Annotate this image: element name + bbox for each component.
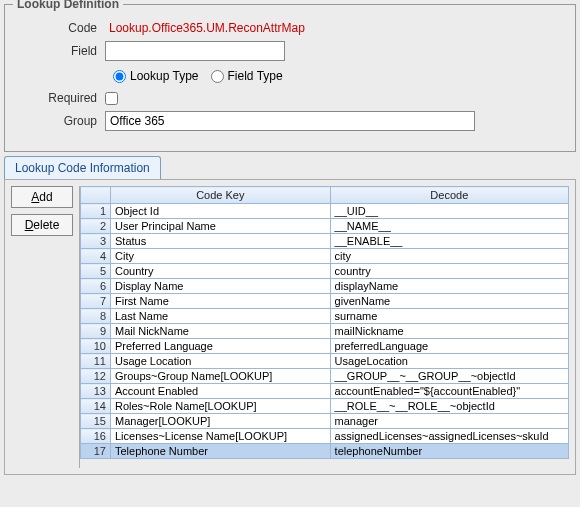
tab-lookup-code-info[interactable]: Lookup Code Information [4,156,161,179]
table-row[interactable]: 14Roles~Role Name[LOOKUP]__ROLE__~__ROLE… [81,399,569,414]
row-number: 12 [81,369,111,384]
delete-button-rest: elete [33,218,59,232]
cell-decode[interactable]: country [330,264,568,279]
row-number: 2 [81,219,111,234]
table-row[interactable]: 13Account EnabledaccountEnabled="${accou… [81,384,569,399]
row-number: 10 [81,339,111,354]
row-number: 7 [81,294,111,309]
row-number: 1 [81,204,111,219]
row-number: 11 [81,354,111,369]
type-radio-group: Lookup Type Field Type [113,69,565,83]
col-decode[interactable]: Decode [330,187,568,204]
cell-decode[interactable]: mailNickname [330,324,568,339]
lookup-table: Code Key Decode 1Object Id__UID__2User P… [80,186,569,459]
row-number: 13 [81,384,111,399]
lookup-definition-fieldset: Lookup Definition Code Lookup.Office365.… [4,4,576,152]
row-number: 9 [81,324,111,339]
cell-decode[interactable]: displayName [330,279,568,294]
cell-decode[interactable]: givenName [330,294,568,309]
cell-code-key[interactable]: Groups~Group Name[LOOKUP] [111,369,331,384]
cell-decode[interactable]: __ROLE__~__ROLE__~objectId [330,399,568,414]
row-number: 14 [81,399,111,414]
row-number: 6 [81,279,111,294]
row-number: 3 [81,234,111,249]
table-row[interactable]: 6Display NamedisplayName [81,279,569,294]
cell-decode[interactable]: assignedLicenses~assignedLicenses~skuId [330,429,568,444]
row-number: 15 [81,414,111,429]
col-code-key[interactable]: Code Key [111,187,331,204]
cell-code-key[interactable]: City [111,249,331,264]
field-type-radio-input[interactable] [211,70,224,83]
table-row[interactable]: 2User Principal Name__NAME__ [81,219,569,234]
row-number: 17 [81,444,111,459]
cell-code-key[interactable]: Display Name [111,279,331,294]
field-type-radio[interactable]: Field Type [211,69,283,83]
cell-code-key[interactable]: Telephone Number [111,444,331,459]
table-row[interactable]: 3Status__ENABLE__ [81,234,569,249]
tab-body: Add Delete Code Key Decode 1Object Id__U… [4,179,576,475]
cell-code-key[interactable]: Object Id [111,204,331,219]
cell-decode[interactable]: city [330,249,568,264]
cell-code-key[interactable]: Usage Location [111,354,331,369]
delete-button[interactable]: Delete [11,214,73,236]
group-input[interactable] [105,111,475,131]
table-row[interactable]: 7First NamegivenName [81,294,569,309]
cell-decode[interactable]: UsageLocation [330,354,568,369]
required-checkbox[interactable] [105,92,118,105]
cell-decode[interactable]: __GROUP__~__GROUP__~objectId [330,369,568,384]
code-label: Code [15,21,105,35]
cell-decode[interactable]: manager [330,414,568,429]
cell-decode[interactable]: preferredLanguage [330,339,568,354]
cell-decode[interactable]: surname [330,309,568,324]
table-wrap[interactable]: Code Key Decode 1Object Id__UID__2User P… [79,186,569,468]
table-row[interactable]: 4Citycity [81,249,569,264]
cell-code-key[interactable]: Preferred Language [111,339,331,354]
table-row[interactable]: 9Mail NickNamemailNickname [81,324,569,339]
cell-code-key[interactable]: Status [111,234,331,249]
row-number: 8 [81,309,111,324]
code-value: Lookup.Office365.UM.ReconAttrMap [105,21,385,35]
col-rownum[interactable] [81,187,111,204]
field-type-label: Field Type [228,69,283,83]
cell-code-key[interactable]: Last Name [111,309,331,324]
fieldset-legend: Lookup Definition [13,0,123,11]
cell-code-key[interactable]: Roles~Role Name[LOOKUP] [111,399,331,414]
row-number: 16 [81,429,111,444]
cell-decode[interactable]: telephoneNumber [330,444,568,459]
cell-code-key[interactable]: Country [111,264,331,279]
lookup-type-radio[interactable]: Lookup Type [113,69,199,83]
table-row[interactable]: 10Preferred LanguagepreferredLanguage [81,339,569,354]
cell-decode[interactable]: __ENABLE__ [330,234,568,249]
cell-code-key[interactable]: User Principal Name [111,219,331,234]
table-row[interactable]: 8Last Namesurname [81,309,569,324]
table-row[interactable]: 15Manager[LOOKUP]manager [81,414,569,429]
required-label: Required [15,91,105,105]
add-button-rest: dd [39,190,52,204]
field-input[interactable] [105,41,285,61]
table-row[interactable]: 17Telephone NumbertelephoneNumber [81,444,569,459]
lookup-type-label: Lookup Type [130,69,199,83]
table-row[interactable]: 12Groups~Group Name[LOOKUP]__GROUP__~__G… [81,369,569,384]
cell-decode[interactable]: __NAME__ [330,219,568,234]
row-number: 5 [81,264,111,279]
field-label: Field [15,44,105,58]
table-row[interactable]: 5Countrycountry [81,264,569,279]
cell-code-key[interactable]: Licenses~License Name[LOOKUP] [111,429,331,444]
cell-decode[interactable]: accountEnabled="${accountEnabled}" [330,384,568,399]
row-number: 4 [81,249,111,264]
table-row[interactable]: 11Usage LocationUsageLocation [81,354,569,369]
cell-decode[interactable]: __UID__ [330,204,568,219]
cell-code-key[interactable]: Account Enabled [111,384,331,399]
cell-code-key[interactable]: First Name [111,294,331,309]
cell-code-key[interactable]: Mail NickName [111,324,331,339]
group-label: Group [15,114,105,128]
add-button[interactable]: Add [11,186,73,208]
table-row[interactable]: 1Object Id__UID__ [81,204,569,219]
table-row[interactable]: 16Licenses~License Name[LOOKUP]assignedL… [81,429,569,444]
cell-code-key[interactable]: Manager[LOOKUP] [111,414,331,429]
lookup-type-radio-input[interactable] [113,70,126,83]
